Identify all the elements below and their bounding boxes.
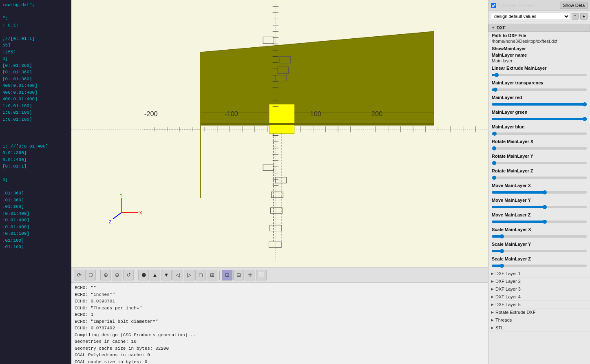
move-y-slider-row [488, 203, 590, 211]
dxf-layer-5-label: DXF Layer 5 [495, 302, 521, 307]
svg-text:-200: -200 [144, 110, 158, 117]
rotate-x-slider[interactable] [492, 147, 587, 150]
crosshair-button[interactable]: ⬜ [256, 270, 267, 280]
3d-viewport[interactable]: -200 -100 100 200 X Y [71, 0, 488, 267]
left-view-button[interactable]: ◁ [172, 270, 183, 280]
code-line: [0:.01:360] [2, 69, 69, 76]
axes-button[interactable]: ✛ [245, 270, 255, 280]
code-line: .01:360] [2, 190, 69, 197]
move-x-slider[interactable] [492, 191, 587, 194]
console-line: ECHO: 1 [75, 311, 485, 318]
console-line: CGAL cache size in bytes: 0 [75, 359, 485, 364]
rotate-z-slider[interactable] [492, 176, 587, 179]
move-x-slider-row [488, 188, 590, 196]
console-line: ECHO: "inches=" [75, 291, 485, 298]
auto-preview-checkbox[interactable] [491, 3, 496, 8]
code-line [2, 136, 69, 143]
code-panel: rawing.dxf"; "; : 0.1; ;//[0:.01:1] 55] … [0, 0, 71, 364]
show-main-layer-label: ShowMainLayer [488, 45, 590, 51]
dxf-layer-2-collapse-icon: ▶ [491, 279, 494, 283]
stl-item[interactable]: ▶ STL [488, 324, 590, 332]
dxf-layer-5-item[interactable]: ▶ DXF Layer 5 [488, 301, 590, 309]
right-view-button[interactable]: ▷ [184, 270, 194, 280]
design-default-select[interactable]: design default values [491, 13, 570, 20]
move-mainlayer-x-label: Move MainLayer X [488, 182, 590, 188]
rotate-x-slider-row [488, 144, 590, 152]
scale-x-slider[interactable] [492, 235, 587, 238]
mainlayer-blue-slider-row [488, 130, 590, 138]
svg-text:100: 100 [310, 110, 321, 117]
design-star-button[interactable]: * [572, 13, 578, 20]
svg-text:-100: -100 [225, 110, 238, 117]
move-y-slider[interactable] [492, 206, 587, 208]
design-plus-button[interactable]: + [580, 13, 588, 20]
dxf-layer-3-collapse-icon: ▶ [491, 287, 494, 291]
stl-label: STL [495, 325, 504, 330]
front-view-button[interactable]: ◻ [195, 270, 206, 280]
code-line [2, 123, 69, 130]
svg-text:X: X [139, 211, 142, 215]
zoom-out-button[interactable]: ⊖ [112, 270, 122, 280]
mainlayer-green-slider[interactable] [492, 118, 587, 120]
top-view-button[interactable]: ▲ [150, 270, 160, 280]
svg-marker-8 [201, 123, 434, 125]
bottom-view-button[interactable]: ▼ [161, 270, 172, 280]
linear-extrude-slider-row [488, 71, 590, 79]
dxf-collapse-icon: ▼ [491, 26, 495, 30]
svg-rect-5 [269, 104, 294, 134]
dxf-layer-3-item[interactable]: ▶ DXF Layer 3 [488, 285, 590, 293]
svg-text:Z: Z [109, 220, 111, 224]
rotate-y-slider[interactable] [492, 162, 587, 164]
threads-item[interactable]: ▶ Threads [488, 316, 590, 324]
code-line [2, 170, 69, 177]
scale-y-slider[interactable] [492, 250, 587, 252]
code-line: 400:0.01:400] [2, 96, 69, 103]
rotate-mainlayer-y-label: Rotate MainLayer Y [488, 152, 590, 159]
linear-extrude-slider[interactable] [492, 74, 587, 76]
console-line: ECHO: "" [75, 285, 485, 291]
code-line [2, 183, 69, 190]
code-line: : 0.1; [2, 22, 69, 29]
rotate-mainlayer-x-label: Rotate MainLayer X [488, 138, 590, 144]
code-line: 400:0.01:400] [2, 89, 69, 96]
dxf-layer-2-item[interactable]: ▶ DXF Layer 2 [488, 278, 590, 285]
code-line [2, 130, 69, 137]
mainlayer-red-slider[interactable] [492, 103, 587, 106]
rotate-extrude-dxf-item[interactable]: ▶ Rotate Extrude DXF [488, 309, 590, 316]
rotate-reset-button[interactable]: ↺ [123, 270, 134, 280]
console-line: Geometries in cache: 10 [75, 338, 485, 345]
reset-view-button[interactable]: ⟳ [74, 270, 84, 280]
viewport-wrapper: -200 -100 100 200 X Y [71, 0, 488, 364]
mainlayer-transparency-slider-row [488, 86, 590, 94]
back-view-button[interactable]: ⊞ [207, 270, 217, 280]
mainlayer-red-label: MainLayer red [488, 94, 590, 100]
dxf-layer-4-item[interactable]: ▶ DXF Layer 4 [488, 293, 590, 301]
mainlayer-green-slider-row [488, 115, 590, 123]
zoom-fit-button[interactable]: ⊕ [100, 270, 111, 280]
auto-preview-label[interactable]: Automatic Preview [491, 3, 535, 8]
code-line: .01:360] [2, 203, 69, 210]
3d-view-button[interactable]: ⬡ [85, 270, 96, 280]
ortho-view-button[interactable]: ⊡ [222, 270, 232, 280]
code-line: 5] [2, 176, 69, 183]
show-details-button[interactable]: Show Deta [560, 2, 588, 9]
console-line: CGAL Polyhedrons in cache: 0 [75, 352, 485, 359]
mainlayer-blue-slider[interactable] [492, 132, 587, 135]
code-line: :0.01:100] [2, 230, 69, 237]
move-z-slider[interactable] [492, 221, 587, 223]
mainlayer-transparency-slider[interactable] [492, 88, 587, 91]
code-line: rawing.dxf"; [2, 2, 69, 9]
auto-preview-text: Automatic Preview [497, 3, 535, 8]
dxf-section-header[interactable]: ▼ DXF [488, 24, 590, 32]
console-line: ECHO: 0.0787402 [75, 325, 485, 332]
toolbar-separator-3 [219, 271, 220, 280]
scale-z-slider[interactable] [492, 265, 587, 267]
console-panel: ECHO: "" ECHO: "inches=" ECHO: 0.0393701… [71, 282, 488, 364]
code-line [2, 9, 69, 15]
grid-button[interactable]: ⊟ [233, 270, 244, 280]
dxf-layer-1-item[interactable]: ▶ DXF Layer 1 [488, 270, 590, 278]
svg-text:200: 200 [371, 110, 382, 117]
perspective-button[interactable]: ⬢ [138, 270, 149, 280]
console-line: ECHO: 0.0393701 [75, 298, 485, 305]
code-line: [0:.01:360] [2, 62, 69, 69]
